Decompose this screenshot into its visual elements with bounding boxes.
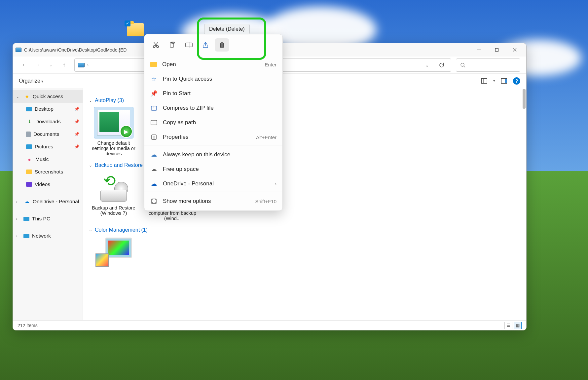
onedrive-icon: ☁ [150,180,158,187]
selected-check-icon: ✓ [125,20,130,26]
cut-button[interactable] [149,38,163,52]
icons-view-button[interactable]: ▦ [514,322,522,329]
sidebar-item-label: Network [32,233,51,239]
recent-dropdown[interactable]: ⌄ [45,59,56,71]
chevron-right-icon: › [275,181,276,186]
sidebar-downloads[interactable]: ⤓ Downloads 📌 [13,115,83,128]
minimize-button[interactable] [470,44,488,56]
menu-open[interactable]: Open Enter [144,57,282,72]
copy-icon [169,42,176,48]
menu-label: Always keep on this device [163,151,230,158]
color-mgmt-thumb-icon [95,238,132,267]
sidebar-network[interactable]: › Network [13,230,83,242]
autoplay-thumb-icon [97,110,130,135]
navigation-pane: ⌄ ★ Quick access Desktop 📌 ⤓ Downloads 📌… [13,88,83,320]
menu-label: Open [162,61,176,68]
svg-rect-6 [482,78,487,83]
menu-pin-quick-access[interactable]: ☆ Pin to Quick access [144,72,282,86]
pin-icon: 📌 [74,144,79,149]
rename-button[interactable] [182,38,196,52]
menu-show-more[interactable]: Show more options Shift+F10 [144,194,282,209]
menu-pin-start[interactable]: 📌 Pin to Start [144,86,282,101]
pictures-icon [26,144,32,149]
search-box[interactable] [456,58,520,72]
delete-tooltip: Delete (Delete) [204,24,250,34]
preview-pane-button[interactable] [500,77,508,85]
explorer-icon [16,48,21,52]
refresh-button[interactable] [436,59,448,71]
chevron-down-icon: ⌄ [89,98,92,103]
copy-button[interactable] [165,38,179,52]
folder-icon: ✓ [127,23,144,36]
menu-always-keep[interactable]: ☁ Always keep on this device [144,147,282,162]
svg-rect-9 [505,79,507,83]
sidebar-onedrive[interactable]: › ☁ OneDrive - Personal [13,195,83,208]
scrollbar[interactable] [523,89,526,109]
cloud-icon: ☁ [23,199,30,205]
menu-label: Compress to ZIP file [163,105,214,111]
menu-label: Free up space [163,166,199,172]
properties-icon [150,134,158,140]
menu-copy-path[interactable]: ⋯ Copy as path [144,115,282,130]
sidebar-screenshots[interactable]: Screenshots [13,166,83,178]
maximize-icon [495,48,499,52]
sidebar-this-pc[interactable]: › This PC [13,212,83,225]
share-button[interactable] [199,38,212,52]
menu-free-space[interactable]: ☁ Free up space [144,162,282,176]
sidebar-desktop[interactable]: Desktop 📌 [13,103,83,115]
sidebar-item-label: OneDrive - Personal [33,199,79,205]
close-icon [513,48,517,52]
desktop-folder-icon[interactable]: ✓ [126,23,145,41]
up-button[interactable]: ↑ [58,59,70,71]
item-label: Backup and Restore (Windows 7) [89,205,138,216]
pin-icon: 📌 [150,90,158,97]
monitor-icon [23,217,29,221]
sidebar-videos[interactable]: Videos [13,178,83,191]
cloud-sync-icon: ☁ [150,151,158,158]
sidebar-documents[interactable]: Documents 📌 [13,128,83,140]
history-dropdown[interactable]: ⌄ [421,59,433,71]
delete-button[interactable] [215,38,229,52]
layout-icon [481,78,487,84]
forward-button[interactable]: → [32,59,43,71]
item-autoplay-settings[interactable]: Change default settings for media or dev… [89,107,138,156]
close-button[interactable] [506,44,524,56]
maximize-button[interactable] [488,44,506,56]
refresh-icon [439,62,445,68]
zip-icon [150,105,158,111]
help-button[interactable]: ? [513,77,520,85]
minimize-icon [477,48,481,52]
menu-onedrive[interactable]: ☁ OneDrive - Personal › [144,176,282,191]
svg-line-5 [464,66,465,67]
sidebar-item-label: Downloads [35,119,61,125]
group-label: AutoPlay (3) [95,97,124,103]
document-icon [26,132,31,137]
menu-compress-zip[interactable]: Compress to ZIP file [144,101,282,115]
status-bar: 212 items ☰ ▦ [13,320,526,330]
organize-menu[interactable]: Organize [19,78,43,84]
sidebar-item-label: Videos [35,181,50,187]
item-color-management[interactable] [89,236,138,270]
sidebar-item-label: Quick access [33,94,63,99]
menu-separator [144,145,282,145]
back-button[interactable]: ← [19,59,30,71]
pin-icon: 📌 [74,132,79,136]
group-header-color[interactable]: ⌄ Color Management (1) [89,227,520,233]
menu-properties[interactable]: Properties Alt+Enter [144,130,282,144]
layout-dropdown-icon[interactable]: ▾ [493,79,495,83]
sidebar-pictures[interactable]: Pictures 📌 [13,140,83,153]
sidebar-quick-access[interactable]: ⌄ ★ Quick access [13,90,83,103]
item-backup-restore[interactable]: ⟲ Backup and Restore (Windows 7) [89,171,138,221]
svg-point-4 [461,63,464,66]
music-icon: ● [26,156,33,162]
share-icon [202,42,209,48]
context-menu-quick-actions [144,34,282,54]
chevron-right-icon: › [16,234,21,238]
menu-shortcut: Shift+F10 [255,199,276,204]
group-label: Color Management (1) [95,227,148,233]
details-view-button[interactable]: ☰ [504,322,512,329]
sidebar-music[interactable]: ● Music [13,153,83,166]
star-outline-icon: ☆ [150,75,158,83]
folder-open-icon [150,62,157,67]
layout-button[interactable] [481,77,488,85]
